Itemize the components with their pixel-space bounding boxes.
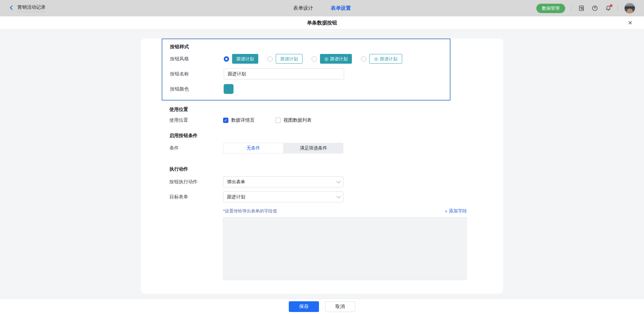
- button-emblem-icon: ◎: [374, 57, 378, 61]
- style-option-outline[interactable]: 跟进计划: [267, 54, 303, 64]
- label-usage: 使用位置: [169, 117, 223, 123]
- add-field-button[interactable]: + 添加字段: [445, 208, 467, 214]
- button-emblem-icon: ◎: [324, 57, 328, 61]
- radio-icon: [312, 56, 317, 62]
- tab-form-settings[interactable]: 表单设置: [331, 5, 351, 11]
- help-icon[interactable]: [591, 5, 598, 12]
- topbar: 营销活动记录 表单设计 表单设置 数据管理: [0, 0, 644, 16]
- settings-card: 按钮样式 按钮风格 跟进计划 跟进计划: [141, 39, 503, 294]
- divider: [618, 6, 618, 11]
- add-field-label: 添加字段: [449, 208, 467, 214]
- button-preview-outline-icon: ◎ 跟进计划: [369, 54, 402, 64]
- label-button-name: 按钮名称: [170, 71, 224, 77]
- usage-options: ✓ 数据详情页 视图数据列表: [223, 117, 312, 123]
- notifications-bell-icon[interactable]: [604, 5, 612, 12]
- checkbox-checked-icon: ✓: [223, 118, 228, 123]
- usage-section: 使用位置 使用位置 ✓ 数据详情页 视图数据列表: [141, 106, 503, 123]
- button-preview-label: 跟进计划: [330, 56, 347, 62]
- back-button[interactable]: [9, 5, 14, 12]
- modal-header: 单条数据按钮 ✕: [0, 16, 644, 29]
- cancel-button[interactable]: 取消: [325, 301, 355, 312]
- action-select-value: 弹出表单: [227, 179, 245, 185]
- label-button-style: 按钮风格: [170, 56, 224, 62]
- section-heading-condition: 启用按钮条件: [169, 132, 503, 139]
- target-form-select-value: 跟进计划: [227, 194, 245, 200]
- style-option-solid-icon[interactable]: ◎ 跟进计划: [312, 54, 352, 64]
- section-heading-usage: 使用位置: [169, 106, 503, 113]
- avatar[interactable]: [624, 3, 635, 14]
- button-preview-solid: 跟进计划: [232, 54, 258, 64]
- footer: 保存 取消: [0, 299, 644, 314]
- button-style-options: 跟进计划 跟进计划 ◎: [224, 54, 402, 64]
- data-manage-button[interactable]: 数据管理: [536, 4, 565, 13]
- spacer: [169, 208, 223, 210]
- back-chevron-icon: [9, 5, 14, 12]
- label-target-form: 目标表单: [169, 194, 223, 200]
- settings-content: 按钮样式 按钮风格 跟进计划 跟进计划: [0, 29, 644, 299]
- checkbox-detail-page[interactable]: ✓ 数据详情页: [223, 117, 255, 123]
- contacts-icon[interactable]: [578, 5, 585, 12]
- button-style-section: 按钮样式 按钮风格 跟进计划 跟进计划: [162, 39, 450, 101]
- button-preview-label: 跟进计划: [380, 56, 397, 62]
- topbar-tabs: 表单设计 表单设置: [293, 0, 351, 16]
- radio-icon: [361, 56, 366, 62]
- field-values-panel: [223, 217, 467, 280]
- button-preview-label: 跟进计划: [280, 56, 298, 62]
- modal-title: 单条数据按钮: [307, 20, 337, 26]
- condition-segmented-control: 无条件 满足筛选条件: [223, 143, 343, 153]
- close-icon[interactable]: ✕: [628, 20, 633, 26]
- button-name-input[interactable]: [224, 68, 344, 79]
- chevron-down-icon: [336, 179, 341, 183]
- section-heading-button-style: 按钮样式: [170, 43, 450, 50]
- label-action: 按钮执行动作: [169, 179, 223, 185]
- action-select[interactable]: 弹出表单: [223, 176, 343, 187]
- segment-filter-condition[interactable]: 满足筛选条件: [284, 143, 344, 153]
- field-values-label: *设置传给弹出表单的字段值: [223, 208, 277, 214]
- condition-section: 启用按钮条件 条件 无条件 满足筛选条件: [141, 132, 503, 153]
- action-section: 执行动作 按钮执行动作 弹出表单 目标表单 跟进计划: [141, 166, 503, 280]
- radio-selected-icon: [224, 56, 229, 62]
- plus-icon: +: [445, 209, 447, 214]
- button-preview-solid-icon: ◎ 跟进计划: [320, 54, 352, 64]
- style-option-solid[interactable]: 跟进计划: [224, 54, 258, 64]
- save-button[interactable]: 保存: [289, 301, 319, 312]
- notification-badge: [610, 4, 612, 7]
- segment-no-condition[interactable]: 无条件: [223, 143, 284, 153]
- label-button-color: 按钮颜色: [170, 86, 224, 92]
- target-form-select[interactable]: 跟进计划: [223, 191, 343, 202]
- section-heading-action: 执行动作: [169, 166, 503, 172]
- checkbox-label: 视图数据列表: [283, 117, 312, 123]
- checkbox-label: 数据详情页: [231, 117, 255, 123]
- checkbox-view-list[interactable]: 视图数据列表: [275, 117, 312, 123]
- divider: [571, 6, 572, 11]
- button-preview-outline: 跟进计划: [276, 54, 303, 64]
- form-name[interactable]: 营销活动记录: [17, 4, 46, 12]
- label-condition: 条件: [169, 145, 223, 151]
- chevron-down-icon: [336, 194, 341, 198]
- checkbox-unchecked-icon: [275, 118, 281, 123]
- tab-form-design[interactable]: 表单设计: [293, 5, 313, 11]
- button-color-swatch[interactable]: [224, 84, 233, 94]
- field-values-block: *设置传给弹出表单的字段值 + 添加字段: [223, 208, 467, 280]
- radio-icon: [267, 56, 273, 62]
- button-preview-label: 跟进计划: [236, 56, 254, 62]
- style-option-outline-icon[interactable]: ◎ 跟进计划: [361, 54, 402, 64]
